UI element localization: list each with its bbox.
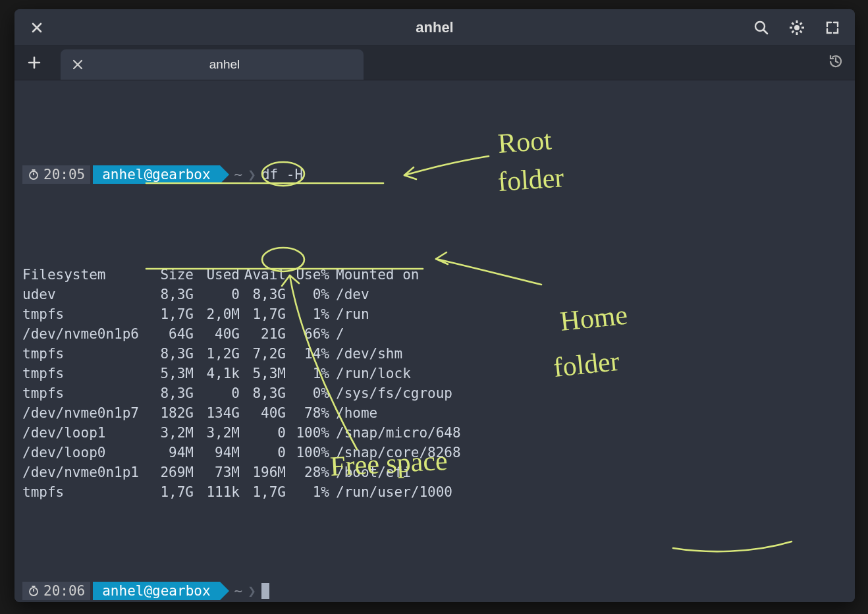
gear-icon[interactable]: [786, 17, 807, 38]
stopwatch-icon: [28, 169, 40, 181]
header-used: Used: [194, 265, 240, 285]
table-header-row: Filesystem Size Used Avail Use% Mounted …: [22, 265, 461, 285]
clock-segment: 20:06: [22, 582, 90, 600]
header-mounted: Mounted on: [329, 265, 461, 285]
terminal-window: anhel anhel: [14, 9, 855, 602]
window-close-button[interactable]: [26, 17, 47, 38]
user-host-segment: anhel@gearbox: [93, 165, 219, 184]
tabbar: anhel: [14, 46, 855, 80]
new-tab-button[interactable]: [14, 45, 54, 80]
fullscreen-icon[interactable]: [822, 17, 843, 38]
svg-text:folder: folder: [552, 346, 621, 383]
svg-text:Home: Home: [558, 299, 629, 336]
table-row: tmpfs8,3G08,3G0%/sys/fs/cgroup: [22, 383, 461, 403]
window-title: anhel: [416, 19, 453, 36]
prompt-arrow-icon: ❯: [248, 581, 256, 601]
command-text: df -H: [261, 165, 303, 184]
table-row: /dev/nvme0n1p1269M73M196M28%/boot/efi: [22, 462, 461, 482]
clock-segment: 20:05: [22, 165, 90, 184]
titlebar: anhel: [14, 9, 855, 46]
header-use: Use%: [286, 265, 329, 285]
table-row: tmpfs1,7G2,0M1,7G1%/run: [22, 304, 461, 324]
prompt-line-1: 20:05 anhel@gearbox ~ ❯ df -H: [22, 165, 847, 184]
header-size: Size: [148, 265, 194, 285]
search-icon[interactable]: [751, 17, 772, 38]
stopwatch-icon: [28, 585, 40, 597]
table-row: /dev/nvme0n1p7182G134G40G78%/home: [22, 403, 461, 423]
table-row: tmpfs8,3G1,2G7,2G14%/dev/shm: [22, 344, 461, 364]
prompt-arrow-icon: ❯: [248, 165, 256, 184]
user-host-segment: anhel@gearbox: [93, 582, 219, 600]
tab-close-icon[interactable]: [70, 57, 86, 72]
prompt-time: 20:06: [43, 581, 85, 601]
prompt-time: 20:05: [43, 165, 85, 184]
table-row: udev8,3G08,3G0%/dev: [22, 285, 461, 304]
header-filesystem: Filesystem: [22, 265, 148, 285]
df-output-table: Filesystem Size Used Avail Use% Mounted …: [22, 265, 461, 502]
table-row: tmpfs1,7G111k1,7G1%/run/user/1000: [22, 482, 461, 502]
table-row: /dev/loop094M94M0100%/snap/core/8268: [22, 443, 461, 462]
header-avail: Avail: [240, 265, 286, 285]
svg-point-1: [794, 25, 800, 30]
prompt-path: ~: [234, 165, 243, 184]
prompt-path: ~: [234, 581, 243, 601]
svg-text:Root: Root: [497, 125, 553, 159]
terminal-area[interactable]: 20:05 anhel@gearbox ~ ❯ df -H Filesystem…: [14, 80, 855, 602]
history-icon[interactable]: [827, 53, 844, 72]
tab-title: anhel: [95, 57, 354, 72]
terminal-cursor: [261, 583, 269, 599]
table-row: /dev/loop13,2M3,2M0100%/snap/micro/648: [22, 423, 461, 443]
tab-active[interactable]: anhel: [61, 49, 364, 80]
table-row: tmpfs5,3M4,1k5,3M1%/run/lock: [22, 364, 461, 383]
table-row: /dev/nvme0n1p664G40G21G66%/: [22, 324, 461, 344]
prompt-line-2: 20:06 anhel@gearbox ~ ❯: [22, 581, 847, 601]
